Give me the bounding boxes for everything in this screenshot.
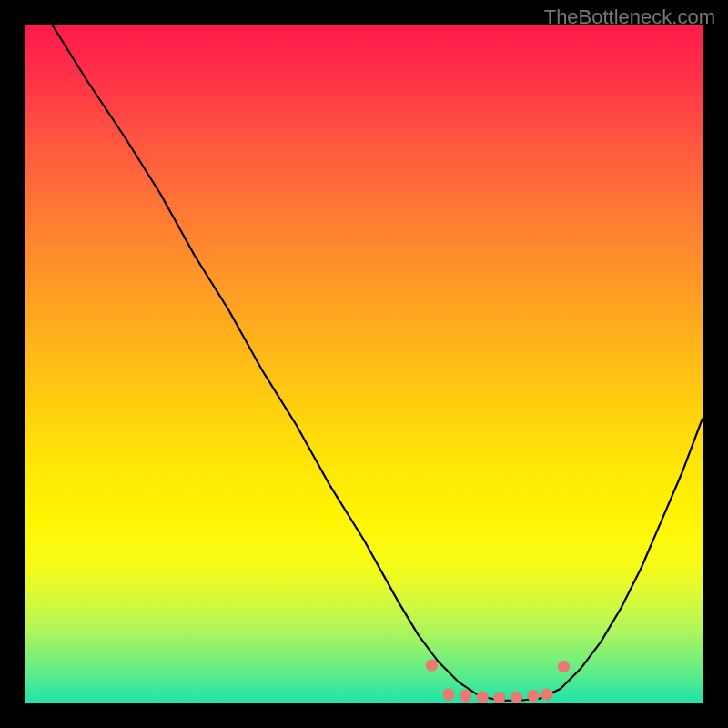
curve-marker [511, 691, 522, 703]
watermark-text: TheBottleneck.com [544, 5, 715, 29]
curve-markers [426, 659, 570, 703]
curve-marker [493, 692, 505, 703]
chart-curve-layer [25, 25, 703, 703]
bottleneck-curve [53, 25, 703, 701]
curve-marker [558, 661, 570, 672]
chart-plot-area [25, 25, 703, 703]
curve-marker [527, 690, 539, 702]
curve-marker [541, 688, 552, 700]
curve-marker [426, 659, 438, 671]
curve-marker [477, 691, 489, 703]
curve-marker [442, 688, 454, 700]
curve-marker [460, 690, 471, 702]
